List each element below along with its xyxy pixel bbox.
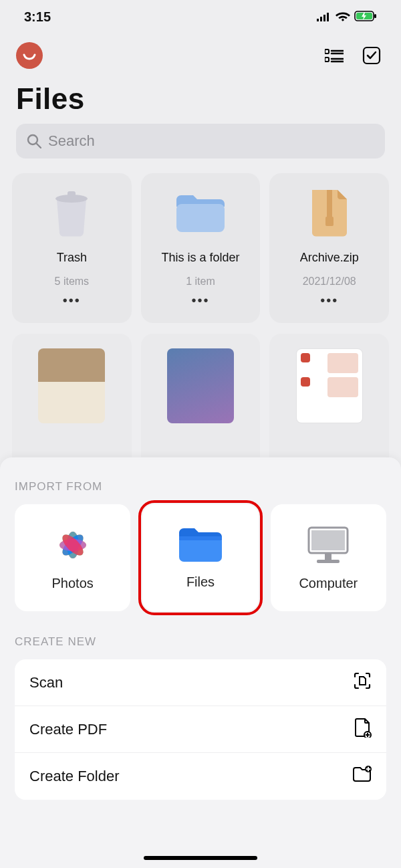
image-thumb	[296, 348, 363, 423]
import-computer[interactable]: Computer	[271, 504, 386, 611]
import-files[interactable]: Files	[142, 504, 258, 611]
computer-icon	[305, 525, 352, 568]
svg-rect-33	[325, 553, 331, 560]
search-wrap: Search	[0, 124, 401, 173]
page-title: Files	[0, 69, 401, 124]
battery-icon	[354, 9, 377, 25]
import-section-label: IMPORT FROM	[15, 480, 386, 494]
create-section-label: CREATE NEW	[15, 635, 386, 649]
zip-icon	[308, 185, 351, 241]
file-sub: 5 items	[55, 276, 90, 288]
file-grid: Trash 5 items ••• This is a folder 1 ite…	[0, 173, 401, 323]
svg-rect-19	[327, 190, 332, 217]
status-right	[317, 9, 377, 25]
create-pdf[interactable]: Create PDF	[15, 706, 386, 753]
folder-icon	[177, 526, 224, 566]
create-folder[interactable]: Create Folder	[15, 753, 386, 800]
avatar[interactable]	[16, 42, 43, 69]
file-name: Archive.zip	[300, 251, 359, 265]
import-label: Files	[186, 574, 215, 590]
search-input[interactable]: Search	[16, 124, 385, 158]
document-plus-icon	[354, 718, 372, 742]
svg-rect-20	[325, 217, 333, 226]
more-icon[interactable]: •••	[320, 293, 338, 308]
import-row: Photos Files Computer	[15, 504, 386, 611]
file-card-folder[interactable]: This is a folder 1 item •••	[141, 173, 261, 323]
import-label: Photos	[52, 576, 94, 591]
image-thumb	[38, 348, 105, 423]
svg-rect-8	[325, 58, 329, 62]
file-sub: 1 item	[186, 276, 215, 288]
svg-rect-34	[317, 560, 340, 563]
create-label: Create PDF	[29, 721, 107, 738]
file-sub: 2021/12/08	[303, 276, 356, 288]
file-name: This is a folder	[161, 251, 239, 265]
more-icon[interactable]: •••	[191, 293, 209, 308]
scan-icon	[353, 671, 372, 694]
home-indicator[interactable]	[144, 856, 257, 860]
folder-plus-icon	[352, 766, 372, 787]
create-label: Scan	[29, 674, 63, 691]
list-icon	[325, 48, 344, 63]
svg-rect-30	[179, 536, 222, 540]
svg-rect-2	[323, 15, 325, 21]
trash-icon	[50, 185, 93, 241]
photos-icon	[53, 525, 93, 568]
search-placeholder: Search	[48, 132, 95, 150]
svg-rect-18	[176, 204, 225, 232]
import-label: Computer	[299, 576, 358, 591]
checkbox-icon	[362, 46, 381, 65]
create-list: Scan Create PDF Create Folder	[15, 659, 386, 800]
status-bar: 3:15	[0, 0, 401, 30]
create-label: Create Folder	[29, 768, 120, 785]
svg-rect-0	[317, 19, 319, 21]
status-time: 3:15	[24, 9, 51, 25]
import-photos[interactable]: Photos	[15, 504, 130, 611]
more-icon[interactable]: •••	[63, 293, 81, 308]
svg-rect-1	[320, 17, 322, 21]
cellular-icon	[317, 9, 331, 25]
file-card-archive[interactable]: Archive.zip 2021/12/08 •••	[269, 173, 389, 323]
file-card-trash[interactable]: Trash 5 items •••	[12, 173, 132, 323]
svg-point-14	[28, 135, 37, 144]
svg-rect-5	[374, 14, 376, 18]
select-button[interactable]	[358, 42, 385, 69]
search-icon	[27, 134, 41, 148]
svg-rect-32	[311, 530, 345, 550]
create-scan[interactable]: Scan	[15, 659, 386, 706]
smile-icon	[22, 48, 37, 63]
svg-rect-17	[68, 191, 76, 197]
file-name: Trash	[57, 251, 87, 265]
wifi-icon	[336, 9, 350, 25]
import-sheet: IMPORT FROM Photos	[0, 457, 401, 868]
folder-icon	[174, 185, 227, 241]
app-header	[0, 30, 401, 69]
list-view-button[interactable]	[321, 42, 348, 69]
svg-line-15	[37, 144, 41, 148]
svg-rect-7	[325, 49, 329, 53]
svg-rect-3	[327, 13, 329, 21]
image-thumb	[167, 348, 234, 423]
